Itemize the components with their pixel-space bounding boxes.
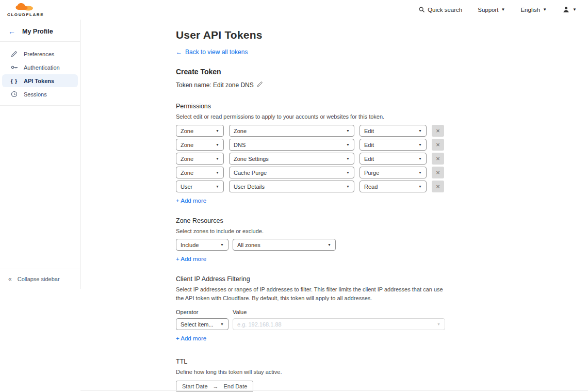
sidebar-item-label: Preferences — [24, 51, 54, 57]
client-ip-title: Client IP Address Filtering — [176, 275, 588, 283]
permission-access-select[interactable]: Edit▼ — [360, 139, 427, 151]
quick-search-button[interactable]: Quick search — [418, 6, 462, 14]
close-icon: × — [436, 141, 440, 148]
cloudflare-wordmark: CLOUDFLARE — [7, 13, 44, 17]
permission-row: Zone▼ DNS▼ Edit▼ × — [176, 139, 588, 151]
permissions-description: Select edit or read permissions to apply… — [176, 112, 445, 121]
zone-resources-row: Include▼ All zones▼ — [176, 239, 588, 251]
permission-row: Zone▼ Zone▼ Edit▼ × — [176, 125, 588, 137]
client-ip-row: Select item...▼ ▼ — [176, 318, 588, 330]
zone-value-select[interactable]: All zones▼ — [233, 239, 336, 251]
main-content: User API Tokens ← Back to view all token… — [80, 20, 588, 392]
chevron-down-icon: ▼ — [220, 322, 224, 326]
ip-value-input[interactable] — [237, 321, 437, 328]
ttl-title: TTL — [176, 358, 588, 365]
client-ip-field-labels: Operator Value — [176, 309, 588, 315]
clock-icon — [10, 91, 18, 97]
chevron-down-icon: ▼ — [346, 143, 350, 146]
edit-pencil-icon[interactable] — [257, 81, 263, 89]
collapse-sidebar-label: Collapse sidebar — [18, 276, 60, 282]
close-icon: × — [436, 169, 440, 176]
back-arrow-icon: ← — [176, 48, 182, 56]
permission-resource-select[interactable]: Zone Settings▼ — [229, 153, 354, 165]
footer-divider — [80, 390, 588, 391]
client-ip-section: Client IP Address Filtering Select IP ad… — [176, 275, 588, 341]
permission-row: Zone▼ Cache Purge▼ Purge▼ × — [176, 167, 588, 178]
token-name-row: Token name: Edit zone DNS — [176, 81, 588, 89]
chevron-down-icon: ▼ — [220, 243, 224, 247]
chevron-down-icon: ▼ — [437, 322, 440, 326]
sidebar-item-label: Authentication — [24, 64, 60, 71]
permission-access-select[interactable]: Purge▼ — [360, 167, 427, 178]
client-ip-add-more-link[interactable]: + Add more — [176, 335, 206, 341]
permission-scope-select[interactable]: Zone▼ — [176, 153, 224, 165]
sidebar-item-api-tokens[interactable]: { } API Tokens — [2, 74, 78, 87]
remove-permission-button[interactable]: × — [432, 139, 444, 151]
permission-resource-select[interactable]: User Details▼ — [229, 181, 354, 192]
back-link-label: Back to view all tokens — [185, 48, 248, 56]
sidebar-item-sessions[interactable]: Sessions — [2, 88, 78, 101]
sidebar-item-authentication[interactable]: Authentication — [2, 61, 78, 74]
topbar-actions: Quick search Support ▼ English ▼ ▼ — [418, 6, 577, 14]
permissions-add-more-link[interactable]: + Add more — [176, 198, 206, 204]
remove-permission-button[interactable]: × — [432, 167, 444, 178]
value-label: Value — [233, 309, 247, 315]
chevron-down-icon: ▼ — [501, 8, 505, 12]
permission-access-select[interactable]: Edit▼ — [360, 125, 427, 137]
permission-access-select[interactable]: Edit▼ — [360, 153, 427, 165]
chevron-down-icon: ▼ — [216, 171, 219, 174]
language-menu[interactable]: English ▼ — [520, 7, 547, 13]
remove-permission-button[interactable]: × — [432, 153, 444, 165]
sidebar: ← My Profile Preferences Authentication — [0, 20, 80, 289]
token-name-text: Token name: Edit zone DNS — [176, 81, 254, 89]
back-to-tokens-link[interactable]: ← Back to view all tokens — [176, 48, 248, 56]
ttl-section: TTL Define how long this token will stay… — [176, 358, 588, 392]
sidebar-back[interactable]: ← My Profile — [0, 20, 80, 42]
zone-resources-section: Zone Resources Select zones to include o… — [176, 217, 588, 262]
close-icon: × — [436, 155, 440, 162]
end-date-label: End Date — [224, 383, 248, 389]
quick-search-label: Quick search — [428, 7, 462, 13]
zone-resources-description: Select zones to include or exclude. — [176, 227, 445, 236]
account-menu[interactable]: ▼ — [562, 6, 577, 14]
sidebar-item-label: Sessions — [24, 91, 47, 97]
language-label: English — [520, 7, 540, 13]
sidebar-title: My Profile — [22, 28, 53, 35]
zone-resources-add-more-link[interactable]: + Add more — [176, 256, 206, 262]
permissions-title: Permissions — [176, 103, 588, 110]
support-menu[interactable]: Support ▼ — [478, 7, 505, 13]
chevron-down-icon: ▼ — [573, 8, 577, 12]
chevron-down-icon: ▼ — [216, 143, 219, 146]
sidebar-nav: Preferences Authentication { } API Token… — [0, 42, 80, 106]
zone-include-select[interactable]: Include▼ — [176, 239, 228, 251]
double-chevron-left-icon: « — [8, 275, 12, 283]
sidebar-spacer — [0, 106, 80, 269]
chevron-down-icon: ▼ — [346, 185, 350, 188]
permission-resource-select[interactable]: Cache Purge▼ — [229, 167, 354, 178]
permissions-section: Permissions Select edit or read permissi… — [176, 103, 588, 204]
sidebar-item-preferences[interactable]: Preferences — [2, 47, 78, 60]
permission-scope-select[interactable]: Zone▼ — [176, 139, 224, 151]
client-ip-description: Select IP addresses or ranges of IP addr… — [176, 285, 445, 303]
close-icon: × — [436, 127, 440, 134]
chevron-down-icon: ▼ — [346, 171, 350, 174]
permission-scope-select[interactable]: Zone▼ — [176, 167, 224, 178]
chevron-down-icon: ▼ — [418, 157, 422, 160]
cloudflare-cloud-icon — [14, 3, 37, 12]
permission-resource-select[interactable]: Zone▼ — [229, 125, 354, 137]
page-title: User API Tokens — [176, 29, 588, 41]
cloudflare-logo[interactable]: CLOUDFLARE — [7, 3, 44, 17]
permission-resource-select[interactable]: DNS▼ — [229, 139, 354, 151]
permission-scope-select[interactable]: User▼ — [176, 181, 224, 192]
remove-permission-button[interactable]: × — [432, 181, 444, 192]
app-window: CLOUDFLARE Quick search Support ▼ Englis… — [0, 0, 588, 392]
chevron-down-icon: ▼ — [418, 185, 422, 188]
ip-operator-select[interactable]: Select item...▼ — [176, 318, 228, 330]
permission-access-select[interactable]: Read▼ — [360, 181, 427, 192]
topbar: CLOUDFLARE Quick search Support ▼ Englis… — [0, 0, 588, 20]
permission-scope-select[interactable]: Zone▼ — [176, 125, 224, 137]
remove-permission-button[interactable]: × — [432, 125, 444, 137]
chevron-down-icon: ▼ — [418, 143, 422, 146]
zone-resources-title: Zone Resources — [176, 217, 588, 224]
collapse-sidebar-button[interactable]: « Collapse sidebar — [0, 269, 80, 289]
